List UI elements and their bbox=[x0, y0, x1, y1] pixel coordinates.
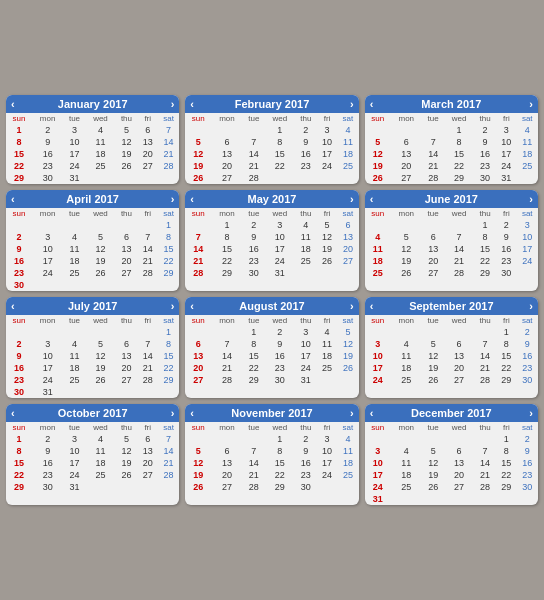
day-cell[interactable]: 9 bbox=[6, 243, 32, 255]
day-cell[interactable]: 29 bbox=[496, 374, 516, 386]
day-cell[interactable]: 19 bbox=[391, 255, 422, 267]
day-cell[interactable]: 17 bbox=[32, 255, 63, 267]
day-cell[interactable]: 31 bbox=[365, 493, 391, 505]
day-cell[interactable]: 3 bbox=[317, 124, 337, 136]
day-cell[interactable]: 19 bbox=[422, 469, 444, 481]
day-cell[interactable]: 21 bbox=[243, 160, 265, 172]
day-cell[interactable]: 31 bbox=[295, 374, 317, 386]
day-cell[interactable]: 11 bbox=[365, 243, 391, 255]
day-cell[interactable]: 5 bbox=[185, 445, 211, 457]
day-cell[interactable]: 7 bbox=[158, 433, 180, 445]
day-cell[interactable]: 17 bbox=[32, 362, 63, 374]
day-cell[interactable]: 21 bbox=[422, 160, 444, 172]
day-cell[interactable]: 15 bbox=[265, 457, 295, 469]
day-cell[interactable]: 1 bbox=[158, 219, 180, 231]
day-cell[interactable]: 9 bbox=[516, 338, 538, 350]
day-cell[interactable]: 31 bbox=[32, 386, 63, 398]
day-cell[interactable]: 20 bbox=[444, 362, 474, 374]
day-cell[interactable]: 20 bbox=[391, 160, 422, 172]
day-cell[interactable]: 23 bbox=[32, 160, 63, 172]
day-cell[interactable]: 1 bbox=[444, 124, 474, 136]
day-cell[interactable]: 11 bbox=[516, 136, 538, 148]
prev-month-btn[interactable]: ‹ bbox=[370, 98, 374, 110]
day-cell[interactable]: 25 bbox=[391, 481, 422, 493]
day-cell[interactable]: 28 bbox=[422, 172, 444, 184]
day-cell[interactable]: 14 bbox=[474, 457, 496, 469]
day-cell[interactable]: 18 bbox=[365, 255, 391, 267]
day-cell[interactable]: 15 bbox=[158, 350, 180, 362]
day-cell[interactable]: 17 bbox=[516, 243, 538, 255]
day-cell[interactable]: 16 bbox=[516, 350, 538, 362]
day-cell[interactable]: 28 bbox=[211, 374, 242, 386]
day-cell[interactable]: 16 bbox=[295, 457, 317, 469]
day-cell[interactable]: 28 bbox=[474, 374, 496, 386]
day-cell[interactable]: 17 bbox=[365, 362, 391, 374]
day-cell[interactable]: 5 bbox=[365, 136, 391, 148]
day-cell[interactable]: 5 bbox=[115, 124, 137, 136]
day-cell[interactable]: 19 bbox=[185, 469, 211, 481]
day-cell[interactable]: 3 bbox=[265, 219, 295, 231]
day-cell[interactable]: 8 bbox=[496, 445, 516, 457]
day-cell[interactable]: 12 bbox=[115, 445, 137, 457]
day-cell[interactable]: 3 bbox=[317, 433, 337, 445]
day-cell[interactable]: 27 bbox=[138, 469, 158, 481]
day-cell[interactable]: 29 bbox=[158, 374, 180, 386]
day-cell[interactable]: 18 bbox=[391, 362, 422, 374]
day-cell[interactable]: 9 bbox=[265, 338, 295, 350]
day-cell[interactable]: 24 bbox=[32, 374, 63, 386]
day-cell[interactable]: 2 bbox=[265, 326, 295, 338]
day-cell[interactable]: 28 bbox=[474, 481, 496, 493]
day-cell[interactable]: 30 bbox=[243, 267, 265, 279]
day-cell[interactable]: 31 bbox=[265, 267, 295, 279]
day-cell[interactable]: 1 bbox=[158, 326, 180, 338]
day-cell[interactable]: 15 bbox=[265, 148, 295, 160]
day-cell[interactable]: 28 bbox=[243, 481, 265, 493]
day-cell[interactable]: 8 bbox=[6, 136, 32, 148]
day-cell[interactable]: 15 bbox=[158, 243, 180, 255]
day-cell[interactable]: 20 bbox=[337, 243, 359, 255]
day-cell[interactable]: 9 bbox=[32, 445, 63, 457]
day-cell[interactable]: 14 bbox=[211, 350, 242, 362]
day-cell[interactable]: 24 bbox=[516, 255, 538, 267]
day-cell[interactable]: 22 bbox=[243, 362, 265, 374]
day-cell[interactable]: 30 bbox=[516, 374, 538, 386]
day-cell[interactable]: 20 bbox=[138, 148, 158, 160]
day-cell[interactable]: 12 bbox=[317, 231, 337, 243]
day-cell[interactable]: 20 bbox=[185, 362, 211, 374]
day-cell[interactable]: 29 bbox=[265, 481, 295, 493]
day-cell[interactable]: 14 bbox=[422, 148, 444, 160]
day-cell[interactable]: 22 bbox=[496, 469, 516, 481]
day-cell[interactable]: 23 bbox=[516, 469, 538, 481]
day-cell[interactable]: 13 bbox=[444, 350, 474, 362]
day-cell[interactable]: 25 bbox=[391, 374, 422, 386]
day-cell[interactable]: 15 bbox=[444, 148, 474, 160]
day-cell[interactable]: 26 bbox=[86, 267, 116, 279]
day-cell[interactable]: 25 bbox=[86, 469, 116, 481]
day-cell[interactable]: 17 bbox=[317, 457, 337, 469]
day-cell[interactable]: 25 bbox=[337, 160, 359, 172]
day-cell[interactable]: 4 bbox=[63, 338, 85, 350]
day-cell[interactable]: 16 bbox=[265, 350, 295, 362]
day-cell[interactable]: 4 bbox=[86, 124, 116, 136]
day-cell[interactable]: 28 bbox=[444, 267, 474, 279]
day-cell[interactable]: 1 bbox=[496, 326, 516, 338]
day-cell[interactable]: 7 bbox=[474, 338, 496, 350]
day-cell[interactable]: 13 bbox=[422, 243, 444, 255]
day-cell[interactable]: 23 bbox=[32, 469, 63, 481]
day-cell[interactable]: 22 bbox=[496, 362, 516, 374]
day-cell[interactable]: 19 bbox=[86, 255, 116, 267]
day-cell[interactable]: 27 bbox=[211, 172, 242, 184]
day-cell[interactable]: 11 bbox=[317, 338, 337, 350]
day-cell[interactable]: 29 bbox=[474, 267, 496, 279]
day-cell[interactable]: 11 bbox=[337, 136, 359, 148]
day-cell[interactable]: 7 bbox=[243, 136, 265, 148]
day-cell[interactable]: 13 bbox=[391, 148, 422, 160]
day-cell[interactable]: 6 bbox=[185, 338, 211, 350]
day-cell[interactable]: 14 bbox=[185, 243, 211, 255]
day-cell[interactable]: 5 bbox=[422, 338, 444, 350]
day-cell[interactable]: 11 bbox=[86, 136, 116, 148]
day-cell[interactable]: 2 bbox=[516, 326, 538, 338]
day-cell[interactable]: 11 bbox=[391, 457, 422, 469]
day-cell[interactable]: 2 bbox=[32, 124, 63, 136]
day-cell[interactable]: 10 bbox=[317, 136, 337, 148]
